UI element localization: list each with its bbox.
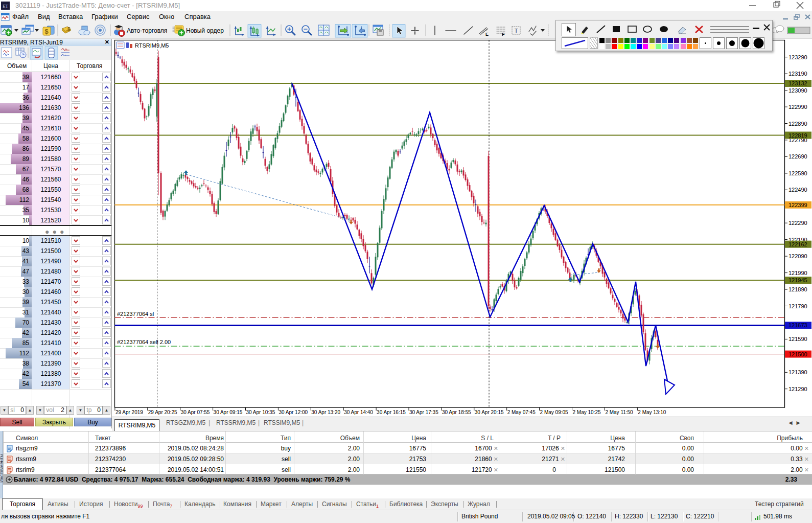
svg-text:122890: 122890 <box>788 121 807 127</box>
svg-text:122590: 122590 <box>788 170 807 176</box>
svg-text:29 Apr 2019: 29 Apr 2019 <box>115 410 143 415</box>
svg-text:30 Apr 12:00: 30 Apr 12:00 <box>279 410 308 415</box>
svg-text:2 May 11:50: 2 May 11:50 <box>605 410 633 415</box>
svg-text:121790: 121790 <box>788 303 807 309</box>
svg-text:30 Apr 09:15: 30 Apr 09:15 <box>214 410 243 415</box>
svg-text:2 May 07:45: 2 May 07:45 <box>507 410 536 415</box>
svg-text:2 May 09:05: 2 May 09:05 <box>540 410 568 415</box>
svg-text:30 Apr 07:55: 30 Apr 07:55 <box>181 410 210 415</box>
svg-text:123290: 123290 <box>788 54 807 60</box>
svg-text:121945: 121945 <box>788 277 807 283</box>
svg-text:122819: 122819 <box>788 132 807 139</box>
svg-text:5: 5 <box>67 27 71 32</box>
svg-text:30 Apr 20:15: 30 Apr 20:15 <box>475 410 504 415</box>
svg-text:30 Apr 13:20: 30 Apr 13:20 <box>311 410 340 415</box>
svg-text:121290: 121290 <box>788 386 807 392</box>
svg-text:#212377064 sl: #212377064 sl <box>117 311 154 317</box>
svg-text:122162: 122162 <box>788 241 807 247</box>
svg-text:123090: 123090 <box>788 87 807 94</box>
svg-text:122399: 122399 <box>788 202 807 208</box>
svg-text:122090: 122090 <box>788 253 807 259</box>
svg-text:$: $ <box>44 28 49 35</box>
svg-text:121990: 121990 <box>788 270 807 276</box>
svg-text:ET: ET <box>3 4 8 9</box>
svg-text:122990: 122990 <box>788 104 807 110</box>
svg-text:123190: 123190 <box>788 71 807 77</box>
svg-text:121500: 121500 <box>788 351 807 357</box>
svg-text:122490: 122490 <box>788 187 807 193</box>
svg-text:121390: 121390 <box>788 369 807 375</box>
svg-text:121890: 121890 <box>788 286 807 292</box>
svg-text:122290: 122290 <box>788 220 807 226</box>
svg-text:2 May 13:10: 2 May 13:10 <box>638 410 666 415</box>
svg-text:122690: 122690 <box>788 153 807 160</box>
svg-text:30 Apr 17:35: 30 Apr 17:35 <box>409 410 438 415</box>
svg-text:30 Apr 14:40: 30 Apr 14:40 <box>344 410 373 415</box>
svg-text:121673: 121673 <box>788 322 807 328</box>
svg-text:30 Apr 18:55: 30 Apr 18:55 <box>442 410 471 415</box>
svg-text:RTSRIM9,M5: RTSRIM9,M5 <box>135 42 169 49</box>
svg-text:121590: 121590 <box>788 336 807 342</box>
svg-text:123132: 123132 <box>788 80 807 86</box>
svg-text:30 Apr 10:35: 30 Apr 10:35 <box>246 410 275 415</box>
svg-text:2 May 10:25: 2 May 10:25 <box>573 410 601 415</box>
svg-text:F: F <box>502 32 505 37</box>
svg-text:30 Apr 16:15: 30 Apr 16:15 <box>377 410 406 415</box>
svg-text:E: E <box>485 32 489 37</box>
svg-text:T: T <box>515 28 518 34</box>
svg-text:#212377064 sell 2.00: #212377064 sell 2.00 <box>117 339 171 345</box>
svg-text:29 Apr 20:25: 29 Apr 20:25 <box>148 410 177 415</box>
